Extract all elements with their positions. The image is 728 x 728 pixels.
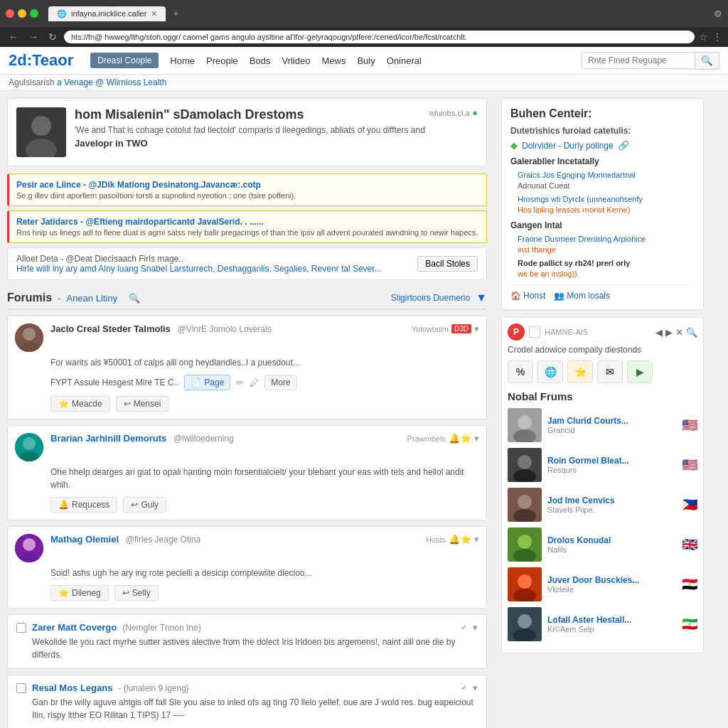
dreasl-coople-button[interactable]: Dreasl Coople xyxy=(90,53,159,68)
breadcrumb-link2[interactable]: Venage @ Wiirnioss Lealth xyxy=(64,77,166,87)
post-author-1: Jaclo Creal Steder Talmolis xyxy=(50,323,171,334)
widget-action-mail[interactable]: ✉ xyxy=(597,360,623,383)
widget-square-icon[interactable] xyxy=(529,326,540,338)
star-icon: ⭐ xyxy=(58,399,69,409)
profile-header: hom Misalenin" sDamolach Drestoms wluiob… xyxy=(7,98,487,166)
nobal-name-5[interactable]: Juver Door Busckies... xyxy=(547,575,676,585)
divider-link[interactable]: Dolrvider - Durly polinge xyxy=(522,141,614,151)
forums-dash: - xyxy=(58,293,60,304)
nav-home[interactable]: Home xyxy=(170,55,195,66)
widget-search-icon[interactable]: 🔍 xyxy=(686,327,697,338)
simple-post-header-1: Zarer Matt Covergo (Nemgler Tnnon Ine) ✓… xyxy=(16,622,478,633)
breadcrumb-prefix: Agulsisarish xyxy=(9,77,55,87)
forums-search-icon[interactable]: 🔍 xyxy=(129,293,140,304)
bacil-stoles-button[interactable]: Bacil Stoles xyxy=(417,256,478,272)
mensei-button[interactable]: ↩ Mensei xyxy=(116,396,169,412)
post-menu-3[interactable]: ▾ xyxy=(474,534,479,545)
widget-close-icon[interactable]: ✕ xyxy=(675,327,683,338)
new-tab-button[interactable]: ＋ xyxy=(166,4,186,23)
nobal-sub-4: Nalils xyxy=(547,545,676,554)
forums-sort[interactable]: Sligirtooirs Duemerio xyxy=(391,293,470,303)
section1-header: Galerablier Incetatally xyxy=(510,156,695,166)
browser-tab[interactable]: 🌐 infayna.inicklice.caller ✕ xyxy=(48,6,166,21)
tab-bar: 🌐 infayna.inicklice.caller ✕ ＋ xyxy=(48,4,186,23)
nobal-item-3: Jod Ime Cenvics Stavels Piipe. 🇵🇭 xyxy=(508,488,697,522)
minimize-button[interactable] xyxy=(18,9,26,18)
close-button[interactable] xyxy=(6,9,14,18)
requcess-button[interactable]: 🔔 Requcess xyxy=(50,497,117,513)
simple-chevron-2[interactable]: ▾ xyxy=(473,682,478,693)
forums-header: Forumis - Anean Litiny 🔍 Sligirtooirs Du… xyxy=(7,287,487,310)
section2-items: Fraone Dusmeer Drenising Arpiohice inst … xyxy=(510,233,695,279)
more-button-1[interactable]: More xyxy=(264,375,296,390)
guly-button[interactable]: ↩ Guly xyxy=(123,497,166,513)
nav-preople[interactable]: Preople xyxy=(206,55,238,66)
nobal-flag-6: 🇮🇷 xyxy=(682,616,697,632)
forum-post-3: Mathag Olemiel @firles Jeage Otina Hosts… xyxy=(7,526,487,609)
nobal-thumb-1 xyxy=(508,408,542,442)
svg-point-28 xyxy=(518,614,532,628)
meacde-button[interactable]: ⭐ Meacde xyxy=(50,396,110,412)
widget-prev-icon[interactable]: ◀ xyxy=(655,327,663,338)
edit-icon-1: ✏ xyxy=(236,378,244,388)
simple-chevron-1[interactable]: ▾ xyxy=(473,622,478,633)
checkbox-2[interactable] xyxy=(16,683,26,693)
action-links[interactable]: Hirle wiill lny ary amd Alny luang Snabe… xyxy=(16,264,382,274)
url-input[interactable] xyxy=(64,31,695,43)
post-menu-1[interactable]: ▾ xyxy=(474,323,479,334)
nav-onineral[interactable]: Onineral xyxy=(387,55,422,66)
forums-subtitle[interactable]: Anean Litiny xyxy=(66,293,117,304)
back-button[interactable]: ← xyxy=(6,30,21,44)
copy-icon[interactable]: 🔗 xyxy=(618,140,629,151)
section1-link-2[interactable]: Hrosmgs wti Dyrclx (unneanohserify xyxy=(518,195,643,203)
section2-link-1[interactable]: Fraone Dusmeer Drenising Arpiohice xyxy=(518,235,646,243)
bookmark-icon[interactable]: ☆ xyxy=(699,31,708,43)
site-logo[interactable]: 2d:Teaor xyxy=(9,51,73,70)
nav-buly[interactable]: Buly xyxy=(357,55,375,66)
forums-actions: Sligirtooirs Duemerio ▼ xyxy=(391,291,487,304)
nobal-sub-3: Stavels Piipe. xyxy=(547,505,676,514)
widget-action-percent[interactable]: % xyxy=(508,360,533,383)
profile-bio1: 'We and That is cohage cotolut fad llect… xyxy=(75,125,478,135)
widget-action-play[interactable]: ▶ xyxy=(627,360,653,383)
nobal-name-6[interactable]: Lofall Aster Hestall... xyxy=(547,615,676,625)
browser-menu-icon[interactable]: ⋮ xyxy=(712,31,722,43)
nobal-name-1[interactable]: Jam Clurid Courts... xyxy=(547,416,676,426)
section1-item-2: Hrosmgs wti Dyrclx (unneanohserify Hos l… xyxy=(518,193,695,215)
nobal-name-2[interactable]: Roin Gormel Bleat... xyxy=(547,456,676,466)
breadcrumb-link1[interactable]: a xyxy=(57,77,62,87)
nav-video[interactable]: Vrlideo xyxy=(282,55,310,66)
nobal-name-3[interactable]: Jod Ime Cenvics xyxy=(547,496,676,505)
traffic-lights xyxy=(6,9,38,18)
page-button-1[interactable]: 📄 Page xyxy=(184,375,230,390)
extensions-icon[interactable]: ⚙ xyxy=(714,9,722,19)
honst-link[interactable]: 🏠 Honst xyxy=(510,291,545,301)
maximize-button[interactable] xyxy=(30,9,38,18)
simple-time-1: ✓ xyxy=(461,623,467,632)
nobal-name-4[interactable]: Drolos Konudal xyxy=(547,535,676,545)
search-button[interactable]: 🔍 xyxy=(695,52,719,70)
tab-close-icon[interactable]: ✕ xyxy=(151,9,157,18)
widget-next-icon[interactable]: ▶ xyxy=(665,327,673,338)
dileneg-button[interactable]: ⭐ Dileneg xyxy=(50,585,109,601)
search-input[interactable] xyxy=(582,52,695,69)
section1-link-1[interactable]: Graics Jos Egnging Monnedartnal xyxy=(518,171,636,179)
post-actions-1: FYPT Assule Hesgest Mire TE C.. 📄 Page ✏… xyxy=(15,375,479,390)
nav-mews[interactable]: Mews xyxy=(321,55,346,66)
nav-bods[interactable]: Bods xyxy=(250,55,271,66)
alert-body-1: Se,g illev diint aporllem pasoiltioni to… xyxy=(16,191,479,200)
mom-losals-link[interactable]: 👥 Mom losals xyxy=(554,291,610,301)
forums-filter-icon[interactable]: ▼ xyxy=(476,291,487,304)
forward-button[interactable]: → xyxy=(26,30,41,44)
section1-text-1: Adnunat Cueat xyxy=(518,181,569,190)
post-body-2: Ohe hhelp dearges ari giat to opali hant… xyxy=(15,466,479,491)
selly-button[interactable]: ↩ Selly xyxy=(114,585,159,601)
checkbox-1[interactable] xyxy=(16,623,26,633)
widget-action-star[interactable]: ⭐ xyxy=(567,360,593,383)
widget-action-globe[interactable]: 🌐 xyxy=(537,360,563,383)
refresh-button[interactable]: ↻ xyxy=(46,30,60,44)
nobal-item-5: Juver Door Busckies... Viizleile 🇪🇬 xyxy=(508,567,697,601)
post-menu-2[interactable]: ▾ xyxy=(474,433,479,444)
home-icon: 🏠 xyxy=(510,291,521,301)
widget-icons: ◀ ▶ ✕ 🔍 xyxy=(655,327,697,338)
